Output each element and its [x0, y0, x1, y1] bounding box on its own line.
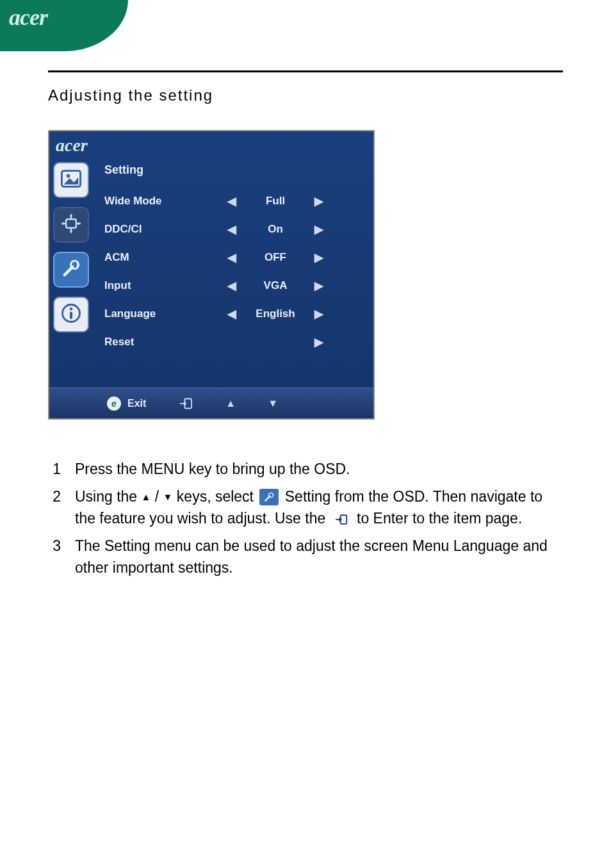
- osd-header: acer: [49, 131, 373, 157]
- instruction-number: 3: [48, 535, 61, 579]
- osd-down-button[interactable]: ▼: [268, 398, 278, 409]
- osd-row-ddcci[interactable]: DDC/CI ◀ On ▶: [102, 215, 362, 243]
- triangle-down-icon: ▼: [163, 491, 173, 502]
- arrow-left-icon[interactable]: ◀: [224, 222, 240, 236]
- text-fragment: to Enter to the item page.: [353, 510, 523, 527]
- arrow-right-icon[interactable]: ▶: [311, 335, 327, 349]
- osd-tab-picture[interactable]: [53, 162, 89, 198]
- osd-row-value: OFF: [240, 251, 311, 264]
- arrow-right-icon[interactable]: ▶: [311, 222, 327, 236]
- instruction-text: Using the ▲ / ▼ keys, select Setting fro…: [75, 486, 563, 530]
- osd-row-acm[interactable]: ACM ◀ OFF ▶: [102, 243, 362, 272]
- horizontal-rule: [48, 70, 563, 72]
- osd-row-value: VGA: [240, 279, 311, 292]
- setting-icon: [60, 257, 83, 283]
- osd-body: Setting Wide Mode ◀ Full ▶ DDC/CI ◀ On ▶…: [49, 157, 373, 388]
- osd-row-label: Wide Mode: [102, 195, 224, 208]
- arrow-right-icon[interactable]: ▶: [311, 194, 327, 208]
- osd-enter-button[interactable]: [178, 396, 193, 411]
- picture-icon: [60, 167, 83, 193]
- osd-row-value: Full: [240, 195, 311, 208]
- instruction-text: The Setting menu can be used to adjust t…: [75, 535, 563, 579]
- instruction-list: 1 Press the MENU key to bring up the OSD…: [48, 458, 563, 579]
- osd-row-value: English: [240, 307, 311, 320]
- svg-point-8: [269, 493, 273, 498]
- osd-tab-setting[interactable]: [53, 252, 89, 288]
- osd-exit-label: Exit: [127, 398, 146, 409]
- osd-row-label: Reset: [102, 336, 224, 348]
- triangle-up-icon: ▲: [225, 398, 236, 409]
- svg-rect-6: [70, 312, 72, 319]
- arrow-left-icon[interactable]: ◀: [224, 307, 240, 321]
- text-fragment: Using the: [75, 488, 142, 505]
- svg-point-5: [70, 307, 73, 311]
- text-fragment: /: [151, 488, 163, 505]
- enter-icon: [332, 512, 351, 527]
- osd-tab-strip: [49, 157, 97, 388]
- position-icon: [60, 212, 83, 238]
- osd-settings-list: Setting Wide Mode ◀ Full ▶ DDC/CI ◀ On ▶…: [97, 157, 373, 388]
- svg-point-1: [67, 174, 70, 178]
- arrow-left-icon[interactable]: ◀: [224, 250, 240, 265]
- instruction-number: 1: [48, 458, 61, 480]
- osd-exit-button[interactable]: e Exit: [107, 397, 146, 411]
- arrow-right-icon[interactable]: ▶: [311, 279, 327, 293]
- osd-panel: acer: [48, 130, 375, 420]
- instruction-item: 3 The Setting menu can be used to adjust…: [48, 535, 563, 579]
- osd-row-value: On: [240, 223, 311, 236]
- instruction-item: 1 Press the MENU key to bring up the OSD…: [48, 458, 563, 480]
- osd-row-label: DDC/CI: [102, 223, 224, 236]
- osd-tab-osd[interactable]: [53, 207, 89, 243]
- osd-row-label: Language: [102, 307, 224, 320]
- svg-rect-2: [66, 219, 76, 228]
- arrow-right-icon[interactable]: ▶: [311, 307, 327, 321]
- setting-icon: [259, 489, 279, 505]
- osd-row-input[interactable]: Input ◀ VGA ▶: [102, 272, 362, 300]
- page-content: Adjusting the setting acer: [0, 0, 611, 579]
- triangle-down-icon: ▼: [268, 398, 278, 409]
- enter-icon: [178, 396, 193, 411]
- osd-row-wide-mode[interactable]: Wide Mode ◀ Full ▶: [102, 187, 362, 215]
- info-icon: [60, 302, 83, 327]
- brand-logo-text: acer: [9, 4, 47, 31]
- instruction-number: 2: [48, 486, 61, 530]
- instruction-text: Press the MENU key to bring up the OSD.: [75, 458, 563, 480]
- text-fragment: keys, select: [172, 488, 257, 505]
- osd-up-button[interactable]: ▲: [225, 398, 236, 409]
- osd-row-language[interactable]: Language ◀ English ▶: [102, 300, 362, 328]
- section-title: Adjusting the setting: [48, 86, 563, 104]
- arrow-left-icon[interactable]: ◀: [224, 279, 240, 293]
- triangle-up-icon: ▲: [142, 491, 151, 502]
- osd-row-label: ACM: [102, 251, 224, 264]
- osd-heading: Setting: [104, 163, 362, 177]
- osd-tab-information[interactable]: [53, 297, 89, 332]
- empowering-icon: e: [107, 397, 121, 411]
- osd-row-reset[interactable]: Reset ▶: [102, 328, 362, 356]
- osd-footer: e Exit ▲ ▼: [49, 388, 373, 418]
- osd-row-label: Input: [102, 279, 224, 292]
- arrow-left-icon[interactable]: ◀: [224, 194, 240, 208]
- arrow-right-icon[interactable]: ▶: [311, 250, 327, 265]
- instruction-item: 2 Using the ▲ / ▼ keys, select Setting f…: [48, 486, 563, 530]
- osd-brand-text: acer: [56, 135, 88, 155]
